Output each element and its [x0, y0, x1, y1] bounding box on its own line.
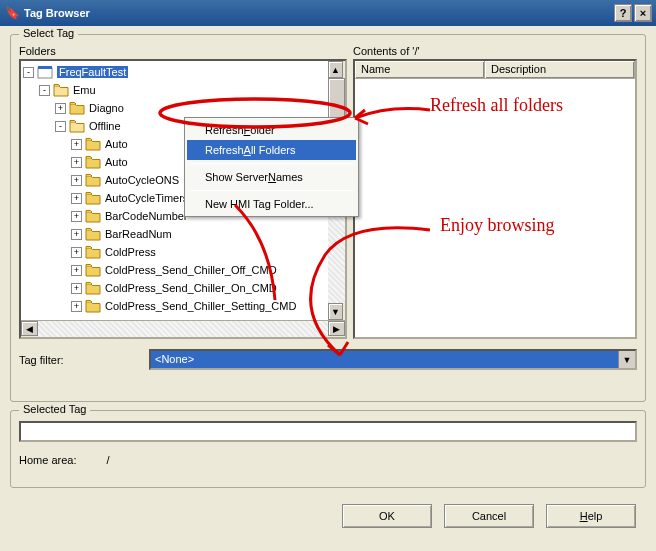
folder-icon — [69, 101, 85, 115]
tree-expander[interactable]: + — [71, 157, 82, 168]
tree-label: FreqFaultTest — [57, 66, 128, 78]
window-title: Tag Browser — [24, 7, 614, 19]
folder-icon — [69, 119, 85, 133]
tree-label: ColdPress — [105, 246, 156, 258]
home-area-label: Home area: — [19, 454, 76, 466]
tree-expander[interactable]: + — [71, 175, 82, 186]
tree-label: BarReadNum — [105, 228, 172, 240]
contents-listview[interactable]: Name Description — [353, 59, 637, 339]
svg-rect-0 — [38, 68, 52, 78]
tree-label: ColdPress_Send_Chiller_On_CMD — [105, 282, 277, 294]
title-bar: 🔖 Tag Browser ? × — [0, 0, 656, 26]
selected-tag-legend: Selected Tag — [19, 403, 90, 415]
folder-icon — [85, 263, 101, 277]
menu-refresh-folder[interactable]: Refresh Folder — [187, 120, 356, 140]
tree-expander[interactable]: + — [71, 265, 82, 276]
tree-label: Auto — [105, 156, 128, 168]
select-tag-legend: Select Tag — [19, 27, 78, 39]
menu-show-server-names[interactable]: Show Server Names — [187, 167, 356, 187]
folder-icon — [85, 299, 101, 313]
tag-filter-label: Tag filter: — [19, 354, 139, 366]
folder-icon — [85, 191, 101, 205]
tree-label: Diagno — [89, 102, 124, 114]
tree-label: ColdPress_Send_Chiller_Off_CMD — [105, 264, 277, 276]
tree-label: Auto — [105, 138, 128, 150]
tree-item-9[interactable]: +ColdPress_Send_Chiller_Setting_CMD — [23, 297, 345, 315]
tree-item-5[interactable]: +BarReadNum — [23, 225, 345, 243]
tree-expander[interactable]: + — [71, 229, 82, 240]
tree-expander[interactable]: + — [71, 139, 82, 150]
tree-label: BarCodeNumber — [105, 210, 188, 222]
tree-expander[interactable]: - — [23, 67, 34, 78]
help-button[interactable]: Help — [546, 504, 636, 528]
tree-label: Offline — [89, 120, 121, 132]
menu-new-hmi-tag-folder[interactable]: New HMI Tag Folder... — [187, 194, 356, 214]
menu-separator — [189, 163, 354, 164]
tree-expander[interactable]: + — [55, 103, 66, 114]
menu-separator — [189, 190, 354, 191]
column-header-description[interactable]: Description — [485, 61, 635, 78]
tree-label: Emu — [73, 84, 96, 96]
tree-item-6[interactable]: +ColdPress — [23, 243, 345, 261]
tree-expander[interactable]: - — [39, 85, 50, 96]
folder-icon — [53, 83, 69, 97]
tree-expander[interactable]: + — [71, 301, 82, 312]
folder-icon — [85, 281, 101, 295]
home-area-value: / — [106, 454, 109, 466]
tree-label: AutoCycleTimers — [105, 192, 188, 204]
scroll-right-button[interactable]: ▶ — [328, 321, 345, 336]
context-menu: Refresh Folder Refresh All Folders Show … — [184, 117, 359, 217]
tree-label: AutoCycleONS — [105, 174, 179, 186]
folder-icon — [85, 155, 101, 169]
tree-label: ColdPress_Send_Chiller_Setting_CMD — [105, 300, 296, 312]
scroll-up-button[interactable]: ▲ — [328, 61, 343, 78]
folder-icon — [85, 137, 101, 151]
tree-item-diagno[interactable]: +Diagno — [23, 99, 345, 117]
folder-icon — [85, 227, 101, 241]
tree-item-7[interactable]: +ColdPress_Send_Chiller_Off_CMD — [23, 261, 345, 279]
svg-rect-1 — [38, 66, 52, 69]
folder-icon — [85, 209, 101, 223]
selected-tag-input[interactable] — [19, 421, 637, 442]
tag-filter-dropdown[interactable]: <None> ▼ — [149, 349, 637, 370]
tree-item-8[interactable]: +ColdPress_Send_Chiller_On_CMD — [23, 279, 345, 297]
app-icon: 🔖 — [4, 5, 20, 21]
folder-icon — [85, 245, 101, 259]
tree-expander[interactable]: + — [71, 247, 82, 258]
tree-expander[interactable]: + — [71, 211, 82, 222]
scroll-left-button[interactable]: ◀ — [21, 321, 38, 336]
folder-icon — [85, 173, 101, 187]
tree-expander[interactable]: - — [55, 121, 66, 132]
folder-icon — [37, 65, 53, 79]
cancel-button[interactable]: Cancel — [444, 504, 534, 528]
column-header-name[interactable]: Name — [355, 61, 485, 78]
tree-expander[interactable]: + — [71, 193, 82, 204]
close-title-button[interactable]: × — [634, 4, 652, 22]
help-title-button[interactable]: ? — [614, 4, 632, 22]
ok-button[interactable]: OK — [342, 504, 432, 528]
contents-label: Contents of '/' — [353, 45, 637, 57]
menu-refresh-all-folders[interactable]: Refresh All Folders — [187, 140, 356, 160]
scroll-down-button[interactable]: ▼ — [328, 303, 343, 320]
listview-body — [355, 79, 635, 337]
tree-expander[interactable]: + — [71, 283, 82, 294]
dropdown-arrow-icon[interactable]: ▼ — [618, 351, 635, 368]
selected-tag-group: Selected Tag Home area: / — [10, 410, 646, 488]
tree-root[interactable]: -FreqFaultTest — [23, 63, 345, 81]
select-tag-group: Select Tag Folders -FreqFaultTest-Emu+Di… — [10, 34, 646, 402]
tag-filter-value: <None> — [151, 351, 618, 368]
tree-item-emu[interactable]: -Emu — [23, 81, 345, 99]
folders-label: Folders — [19, 45, 347, 57]
